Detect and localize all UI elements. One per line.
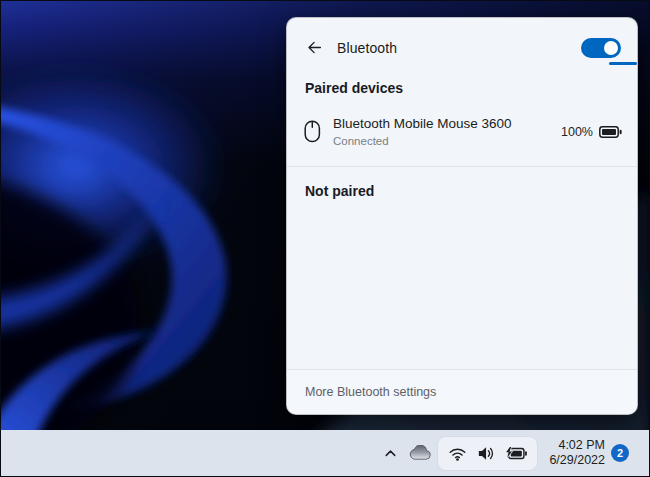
bluetooth-flyout: Bluetooth Paired devices Bluetooth Mobil… <box>286 17 638 415</box>
not-paired-heading: Not paired <box>305 183 637 199</box>
clock-date: 6/29/2022 <box>549 453 605 468</box>
chevron-up-icon <box>382 445 399 462</box>
paired-devices-heading: Paired devices <box>305 80 637 96</box>
clock-time: 4:02 PM <box>549 438 605 453</box>
bluetooth-toggle[interactable] <box>581 38 621 58</box>
back-arrow-icon <box>305 38 324 57</box>
device-status: Connected <box>333 135 512 148</box>
toggle-knob <box>604 41 618 55</box>
battery-charging-icon <box>504 446 527 461</box>
flyout-header: Bluetooth <box>287 18 637 64</box>
device-battery: 100% <box>561 125 622 139</box>
divider <box>287 166 637 167</box>
taskbar: 4:02 PM 6/29/2022 2 <box>1 430 649 476</box>
quick-settings-button[interactable] <box>438 437 537 470</box>
device-name: Bluetooth Mobile Mouse 3600 <box>333 116 512 132</box>
paired-device-row[interactable]: Bluetooth Mobile Mouse 3600 Connected 10… <box>287 108 637 156</box>
flyout-title: Bluetooth <box>337 40 397 56</box>
back-button[interactable] <box>301 36 328 59</box>
toggle-accent-underline <box>609 62 637 65</box>
volume-icon <box>476 444 495 463</box>
onedrive-button[interactable] <box>405 436 435 470</box>
flyout-empty-area <box>287 199 637 369</box>
mouse-icon <box>304 120 321 143</box>
more-bluetooth-settings-link[interactable]: More Bluetooth settings <box>287 370 637 414</box>
hidden-icons-button[interactable] <box>375 436 405 470</box>
cloud-icon <box>409 445 432 461</box>
wifi-icon <box>448 444 467 463</box>
device-battery-percent: 100% <box>561 125 593 139</box>
clock[interactable]: 4:02 PM 6/29/2022 <box>549 438 605 468</box>
notification-badge[interactable]: 2 <box>611 444 629 462</box>
battery-full-icon <box>599 125 622 139</box>
device-text: Bluetooth Mobile Mouse 3600 Connected <box>333 116 512 148</box>
desktop: Bluetooth Paired devices Bluetooth Mobil… <box>0 0 650 477</box>
